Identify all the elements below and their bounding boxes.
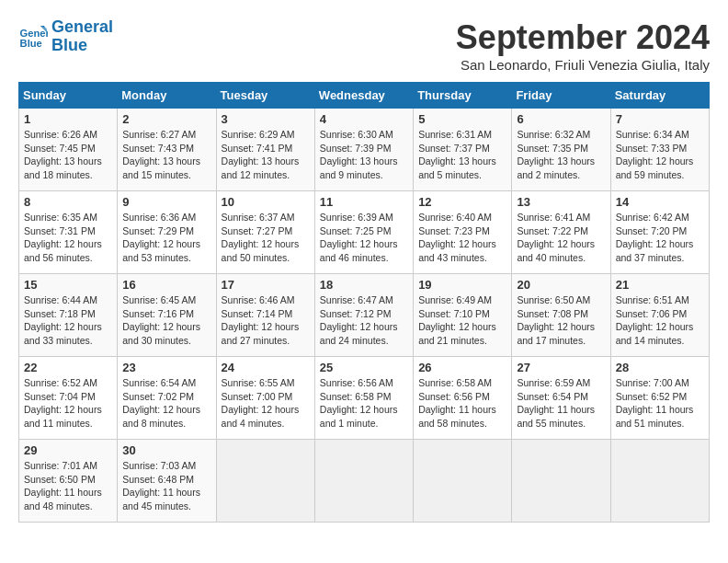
calendar-week-3: 15 Sunrise: 6:44 AMSunset: 7:18 PMDaylig… xyxy=(19,274,710,357)
day-info: Sunrise: 6:39 AMSunset: 7:25 PMDaylight:… xyxy=(320,212,398,263)
day-info: Sunrise: 7:00 AMSunset: 6:52 PMDaylight:… xyxy=(616,377,694,429)
logo-general: General xyxy=(51,18,113,37)
day-info: Sunrise: 7:01 AMSunset: 6:50 PMDaylight:… xyxy=(24,460,102,511)
day-number: 10 xyxy=(222,195,310,209)
logo-blue: Blue xyxy=(51,37,113,55)
day-info: Sunrise: 6:47 AMSunset: 7:12 PMDaylight:… xyxy=(320,294,398,346)
calendar-table: SundayMondayTuesdayWednesdayThursdayFrid… xyxy=(18,82,710,523)
day-number: 17 xyxy=(222,278,310,292)
calendar-cell: 5 Sunrise: 6:31 AMSunset: 7:37 PMDayligh… xyxy=(414,109,512,191)
col-header-monday: Monday xyxy=(118,83,216,109)
day-info: Sunrise: 6:42 AMSunset: 7:20 PMDaylight:… xyxy=(616,212,694,263)
day-info: Sunrise: 6:31 AMSunset: 7:37 PMDaylight:… xyxy=(418,129,496,180)
calendar-cell: 30 Sunrise: 7:03 AMSunset: 6:48 PMDaylig… xyxy=(118,440,216,523)
day-number: 14 xyxy=(616,195,704,209)
calendar-cell: 26 Sunrise: 6:58 AMSunset: 6:56 PMDaylig… xyxy=(414,357,512,440)
col-header-tuesday: Tuesday xyxy=(216,83,314,109)
calendar-cell: 20 Sunrise: 6:50 AMSunset: 7:08 PMDaylig… xyxy=(512,274,610,357)
day-number: 15 xyxy=(24,278,112,292)
day-info: Sunrise: 6:52 AMSunset: 7:04 PMDaylight:… xyxy=(24,377,102,429)
day-info: Sunrise: 6:58 AMSunset: 6:56 PMDaylight:… xyxy=(418,377,496,429)
calendar-cell: 18 Sunrise: 6:47 AMSunset: 7:12 PMDaylig… xyxy=(314,274,413,357)
calendar-cell xyxy=(216,440,314,523)
day-info: Sunrise: 6:45 AMSunset: 7:16 PMDaylight:… xyxy=(122,294,200,346)
day-info: Sunrise: 6:49 AMSunset: 7:10 PMDaylight:… xyxy=(418,294,496,346)
day-number: 19 xyxy=(418,278,506,292)
calendar-cell xyxy=(314,440,413,523)
day-info: Sunrise: 6:55 AMSunset: 7:00 PMDaylight:… xyxy=(222,377,300,429)
calendar-cell: 11 Sunrise: 6:39 AMSunset: 7:25 PMDaylig… xyxy=(314,191,413,274)
calendar-cell: 28 Sunrise: 7:00 AMSunset: 6:52 PMDaylig… xyxy=(610,357,709,440)
page-header: General Blue General Blue September 2024… xyxy=(18,18,710,73)
calendar-cell: 24 Sunrise: 6:55 AMSunset: 7:00 PMDaylig… xyxy=(216,357,314,440)
location-subtitle: San Leonardo, Friuli Venezia Giulia, Ita… xyxy=(456,57,710,73)
calendar-cell: 15 Sunrise: 6:44 AMSunset: 7:18 PMDaylig… xyxy=(19,274,118,357)
calendar-cell: 19 Sunrise: 6:49 AMSunset: 7:10 PMDaylig… xyxy=(414,274,512,357)
day-info: Sunrise: 6:51 AMSunset: 7:06 PMDaylight:… xyxy=(616,294,694,346)
title-block: September 2024 San Leonardo, Friuli Vene… xyxy=(456,18,710,73)
calendar-cell: 8 Sunrise: 6:35 AMSunset: 7:31 PMDayligh… xyxy=(19,191,118,274)
day-number: 8 xyxy=(24,195,112,209)
calendar-cell: 12 Sunrise: 6:40 AMSunset: 7:23 PMDaylig… xyxy=(414,191,512,274)
calendar-cell: 10 Sunrise: 6:37 AMSunset: 7:27 PMDaylig… xyxy=(216,191,314,274)
calendar-week-5: 29 Sunrise: 7:01 AMSunset: 6:50 PMDaylig… xyxy=(19,440,710,523)
calendar-cell: 14 Sunrise: 6:42 AMSunset: 7:20 PMDaylig… xyxy=(610,191,709,274)
day-number: 1 xyxy=(24,112,112,126)
calendar-cell: 29 Sunrise: 7:01 AMSunset: 6:50 PMDaylig… xyxy=(19,440,118,523)
calendar-cell: 1 Sunrise: 6:26 AMSunset: 7:45 PMDayligh… xyxy=(19,109,118,191)
day-number: 26 xyxy=(418,361,506,374)
day-number: 13 xyxy=(517,195,605,209)
day-info: Sunrise: 6:37 AMSunset: 7:27 PMDaylight:… xyxy=(222,212,300,263)
calendar-cell: 13 Sunrise: 6:41 AMSunset: 7:22 PMDaylig… xyxy=(512,191,610,274)
calendar-cell: 21 Sunrise: 6:51 AMSunset: 7:06 PMDaylig… xyxy=(610,274,709,357)
day-info: Sunrise: 7:03 AMSunset: 6:48 PMDaylight:… xyxy=(122,460,200,511)
month-title: September 2024 xyxy=(456,18,710,57)
day-number: 22 xyxy=(24,361,112,374)
calendar-week-1: 1 Sunrise: 6:26 AMSunset: 7:45 PMDayligh… xyxy=(19,109,710,191)
day-number: 25 xyxy=(320,361,408,374)
day-info: Sunrise: 6:26 AMSunset: 7:45 PMDaylight:… xyxy=(24,129,102,180)
calendar-cell: 9 Sunrise: 6:36 AMSunset: 7:29 PMDayligh… xyxy=(118,191,216,274)
calendar-week-2: 8 Sunrise: 6:35 AMSunset: 7:31 PMDayligh… xyxy=(19,191,710,274)
day-number: 18 xyxy=(320,278,408,292)
col-header-saturday: Saturday xyxy=(610,83,709,109)
calendar-cell: 2 Sunrise: 6:27 AMSunset: 7:43 PMDayligh… xyxy=(118,109,216,191)
calendar-cell: 4 Sunrise: 6:30 AMSunset: 7:39 PMDayligh… xyxy=(314,109,413,191)
day-info: Sunrise: 6:29 AMSunset: 7:41 PMDaylight:… xyxy=(222,129,300,180)
col-header-sunday: Sunday xyxy=(19,83,118,109)
day-number: 7 xyxy=(616,112,704,126)
day-number: 9 xyxy=(122,195,210,209)
day-info: Sunrise: 6:36 AMSunset: 7:29 PMDaylight:… xyxy=(122,212,200,263)
day-number: 20 xyxy=(517,278,605,292)
day-info: Sunrise: 6:44 AMSunset: 7:18 PMDaylight:… xyxy=(24,294,102,346)
col-header-thursday: Thursday xyxy=(414,83,512,109)
logo: General Blue General Blue xyxy=(18,18,113,55)
day-number: 6 xyxy=(517,112,605,126)
calendar-cell: 16 Sunrise: 6:45 AMSunset: 7:16 PMDaylig… xyxy=(118,274,216,357)
calendar-cell: 17 Sunrise: 6:46 AMSunset: 7:14 PMDaylig… xyxy=(216,274,314,357)
day-number: 23 xyxy=(122,361,210,374)
day-info: Sunrise: 6:40 AMSunset: 7:23 PMDaylight:… xyxy=(418,212,496,263)
day-number: 5 xyxy=(418,112,506,126)
calendar-week-4: 22 Sunrise: 6:52 AMSunset: 7:04 PMDaylig… xyxy=(19,357,710,440)
calendar-cell xyxy=(610,440,709,523)
day-info: Sunrise: 6:50 AMSunset: 7:08 PMDaylight:… xyxy=(517,294,595,346)
calendar-cell: 27 Sunrise: 6:59 AMSunset: 6:54 PMDaylig… xyxy=(512,357,610,440)
day-number: 2 xyxy=(122,112,210,126)
calendar-cell: 25 Sunrise: 6:56 AMSunset: 6:58 PMDaylig… xyxy=(314,357,413,440)
col-header-friday: Friday xyxy=(512,83,610,109)
day-info: Sunrise: 6:59 AMSunset: 6:54 PMDaylight:… xyxy=(517,377,595,429)
day-info: Sunrise: 6:27 AMSunset: 7:43 PMDaylight:… xyxy=(122,129,200,180)
day-number: 21 xyxy=(616,278,704,292)
calendar-cell: 23 Sunrise: 6:54 AMSunset: 7:02 PMDaylig… xyxy=(118,357,216,440)
day-info: Sunrise: 6:35 AMSunset: 7:31 PMDaylight:… xyxy=(24,212,102,263)
calendar-cell: 7 Sunrise: 6:34 AMSunset: 7:33 PMDayligh… xyxy=(610,109,709,191)
day-number: 27 xyxy=(517,361,605,374)
calendar-cell xyxy=(512,440,610,523)
day-number: 28 xyxy=(616,361,704,374)
day-info: Sunrise: 6:30 AMSunset: 7:39 PMDaylight:… xyxy=(320,129,398,180)
day-number: 12 xyxy=(418,195,506,209)
day-info: Sunrise: 6:54 AMSunset: 7:02 PMDaylight:… xyxy=(122,377,200,429)
day-info: Sunrise: 6:41 AMSunset: 7:22 PMDaylight:… xyxy=(517,212,595,263)
col-header-wednesday: Wednesday xyxy=(314,83,413,109)
